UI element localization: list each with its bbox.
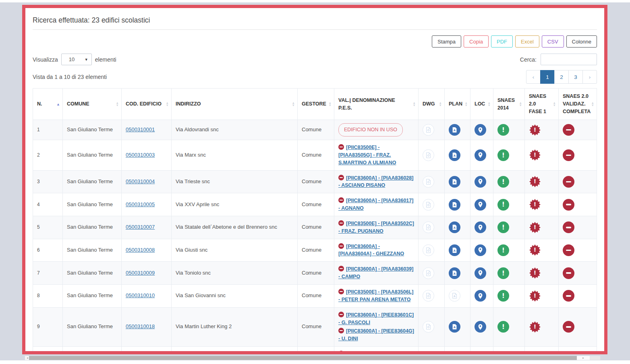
cell-loc [470, 262, 493, 285]
column-header-plan[interactable]: PLAN▲▼ [445, 89, 470, 120]
scrollbar-thumb[interactable] [29, 356, 587, 360]
minus-icon [338, 175, 344, 180]
cell-gestore: Comune [298, 216, 334, 239]
pdf-plan-icon[interactable]: A [449, 321, 460, 333]
pdf-plan-icon[interactable]: A [449, 199, 460, 211]
pdf-plan-icon[interactable]: A [449, 221, 460, 233]
column-header-cod-edificio[interactable]: COD. EDIFICIO▲▼ [122, 89, 172, 120]
cell-gestore: Comune [298, 347, 334, 354]
pagination-page-1[interactable]: 1 [540, 70, 555, 84]
pdf-plan-icon[interactable]: A [449, 244, 460, 256]
scroll-right-button[interactable]: ▸ [577, 356, 590, 360]
ok-status-icon: ! [497, 321, 509, 333]
location-pin-icon[interactable] [475, 149, 486, 161]
cell-snaes-fase1: ! [525, 347, 559, 354]
column-header-snaes-2-0-validaz-completa[interactable]: SNAES 2.0 VALIDAZ. COMPLETA▲▼ [559, 89, 597, 120]
csv-button[interactable]: CSV [542, 35, 564, 48]
column-header-gestore[interactable]: GESTORE▲▼ [298, 89, 334, 120]
sort-icon: ▲▼ [116, 102, 119, 107]
cell-cod-edificio: 0500310001 [122, 120, 172, 140]
cell-dwg [419, 307, 445, 346]
pes-link[interactable]: [PIIC83500E] - [PIAA83506L] - PETER PAN … [338, 289, 413, 302]
cod-edificio-link[interactable]: 0500310018 [126, 323, 155, 329]
length-label-prefix: Visualizza [33, 56, 58, 63]
location-pin-icon[interactable] [475, 244, 486, 256]
table-row: 1San Giuliano Terme0500310001Via Aldovra… [33, 120, 597, 140]
location-pin-icon[interactable] [475, 321, 486, 333]
cod-edificio-link[interactable]: 0500310010 [126, 292, 155, 298]
pdf-plan-icon[interactable]: A [449, 176, 460, 188]
column-header-snaes-2-0-fase-1[interactable]: SNAES 2.0 FASE 1▲▼ [525, 89, 559, 120]
copia-button[interactable]: Copia [464, 35, 489, 48]
dwg-file-icon [423, 221, 434, 233]
pagination-page-3[interactable]: 3 [568, 70, 583, 84]
cell-n: 4 [33, 193, 63, 216]
dwg-file-icon [423, 176, 434, 188]
sort-icon: ▲ [56, 102, 60, 106]
pes-link[interactable]: [PIIC83500E] - [PIAA83502C] - FRAZ. PUGN… [338, 221, 414, 234]
column-header-comune[interactable]: COMUNE▲▼ [63, 89, 122, 120]
column-header-indirizzo[interactable]: INDIRIZZO▲▼ [172, 89, 298, 120]
pagination-prev[interactable]: ‹ [526, 70, 541, 84]
pdf-button[interactable]: PDF [491, 35, 513, 48]
location-pin-icon[interactable] [475, 267, 486, 279]
cell-comune: San Giuliano Terme [63, 193, 122, 216]
excel-button[interactable]: Excel [515, 35, 539, 48]
table-row: 3San Giuliano Terme0500310004Via Trieste… [33, 170, 597, 193]
column-header-n[interactable]: N.▲ [33, 89, 63, 120]
svg-text:A: A [454, 128, 456, 132]
search-label: Cerca: [520, 56, 537, 63]
pes-link[interactable]: [PIIC83600A] - [PIAA836017] - AGNANO [338, 198, 413, 211]
column-header-val-denominazione-p-e-s[interactable]: VAL.| DENOMINAZIONE P.E.S.▲▼ [334, 89, 419, 120]
pes-link[interactable]: [PIIC83600A] - [PIEE83604G] - U. DINI [338, 328, 414, 341]
search-input[interactable] [541, 54, 597, 65]
pes-link[interactable]: [PIIC83600A] - [PIEE83601C] - G. PASCOLI [338, 312, 414, 325]
cod-edificio-link[interactable]: 0500310008 [126, 247, 155, 253]
title-divider [33, 29, 597, 30]
cell-dwg [419, 216, 445, 239]
horizontal-scrollbar[interactable]: ◂ ▸ [25, 356, 600, 360]
location-pin-icon[interactable] [475, 290, 486, 302]
table-row: 5San Giuliano Terme0500310007Via Statale… [33, 216, 597, 239]
location-pin-icon[interactable] [475, 199, 486, 211]
ok-status-icon: ! [497, 199, 509, 211]
cell-snaes-validaz [559, 120, 597, 140]
pes-link[interactable]: [PIIC83500E] - [PIAA83505G] - FRAZ. S.MA… [338, 145, 396, 165]
table-row: 10San Giuliano Terme0500310023Piazza Gra… [33, 347, 597, 354]
cell-n: 6 [33, 239, 63, 262]
location-pin-icon[interactable] [475, 221, 486, 233]
column-header-snaes-2014[interactable]: SNAES 2014▲▼ [493, 89, 525, 120]
alert-burst-icon: ! [529, 149, 541, 161]
blocked-status-icon [563, 321, 574, 333]
cod-edificio-link[interactable]: 0500310001 [126, 126, 155, 132]
column-header-dwg[interactable]: DWG▲▼ [419, 89, 445, 120]
cod-edificio-link[interactable]: 0500310009 [126, 270, 155, 276]
sort-icon: ▲▼ [465, 102, 468, 107]
colonne-button[interactable]: Colonne [566, 35, 597, 48]
minus-icon [338, 351, 344, 354]
cell-snaes-validaz [559, 216, 597, 239]
pagination-page-2[interactable]: 2 [554, 70, 569, 84]
cod-edificio-link[interactable]: 0500310005 [126, 201, 155, 207]
location-pin-icon[interactable] [475, 176, 486, 188]
column-header-loc[interactable]: LOC▲▼ [470, 89, 493, 120]
cell-snaes-2014: ! [493, 216, 525, 239]
cod-edificio-link[interactable]: 0500310004 [126, 178, 155, 184]
pdf-plan-icon[interactable]: A [449, 267, 460, 279]
pdf-plan-icon[interactable]: A [449, 149, 460, 161]
location-pin-icon[interactable] [475, 124, 486, 136]
pes-link[interactable]: [PIIC83600A] - [PIAA836039] - CAMPO [338, 266, 413, 279]
stampa-button[interactable]: Stampa [432, 35, 461, 48]
pes-link[interactable]: [PIIC83600A] - [PIAA83604A] - GHEZZANO [338, 244, 404, 257]
pes-link[interactable]: [PIIC83600A] - [PIIC83600A] - G.B.NICCOL… [338, 351, 412, 354]
pes-link[interactable]: [PIIC83600A] - [PIAA836028] - ASCIANO PI… [338, 175, 413, 188]
cod-edificio-link[interactable]: 0500310007 [126, 224, 155, 230]
ok-status-icon: ! [497, 244, 509, 256]
pdf-plan-icon[interactable]: A [449, 124, 460, 136]
cell-comune: San Giuliano Terme [63, 347, 122, 354]
cell-dwg [419, 170, 445, 193]
cod-edificio-link[interactable]: 0500310003 [126, 152, 155, 158]
cell-snaes-validaz [559, 140, 597, 171]
pagination-next[interactable]: › [582, 70, 597, 84]
page-length-select[interactable]: 10 ▼ [61, 54, 92, 65]
